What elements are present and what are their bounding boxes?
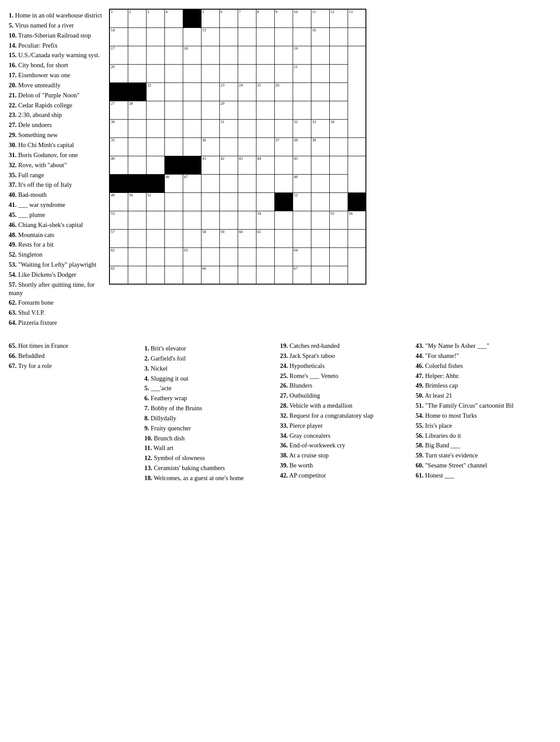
grid-cell-7-11[interactable]: 39 (311, 137, 329, 156)
grid-cell-8-6[interactable]: 42 (219, 156, 238, 174)
grid-cell-4-0[interactable] (109, 82, 128, 101)
grid-cell-0-8[interactable]: 8 (256, 9, 274, 27)
grid-cell-10-2[interactable]: 51 (146, 192, 164, 211)
grid-cell-1-10[interactable] (293, 27, 311, 46)
grid-cell-13-7[interactable] (238, 247, 256, 266)
grid-cell-7-7[interactable] (238, 137, 256, 156)
grid-cell-10-5[interactable] (201, 192, 219, 211)
grid-cell-3-8[interactable] (256, 64, 274, 82)
grid-cell-2-12[interactable] (329, 46, 348, 64)
grid-cell-14-11[interactable] (311, 266, 329, 284)
grid-cell-5-10[interactable] (293, 101, 311, 119)
grid-cell-12-7[interactable]: 60 (238, 229, 256, 247)
grid-cell-10-11[interactable] (311, 192, 329, 211)
grid-cell-14-4[interactable] (183, 266, 201, 284)
grid-cell-0-1[interactable]: 2 (128, 9, 146, 27)
grid-cell-1-5[interactable]: 15 (201, 27, 219, 46)
grid-cell-12-8[interactable]: 61 (256, 229, 274, 247)
grid-cell-5-12[interactable] (329, 101, 348, 119)
grid-cell-13-10[interactable]: 64 (293, 247, 311, 266)
grid-cell-4-12[interactable] (329, 82, 348, 101)
grid-cell-0-6[interactable]: 6 (219, 9, 238, 27)
grid-cell-6-6[interactable]: 31 (219, 119, 238, 137)
grid-cell-6-2[interactable] (146, 119, 164, 137)
grid-cell-11-10[interactable] (293, 211, 311, 229)
grid-cell-1-12[interactable] (329, 27, 348, 46)
grid-cell-7-9[interactable]: 37 (274, 137, 293, 156)
grid-cell-11-3[interactable] (164, 211, 183, 229)
grid-cell-2-4[interactable]: 18 (183, 46, 201, 64)
grid-cell-2-1[interactable] (128, 46, 146, 64)
grid-cell-9-7[interactable] (238, 174, 256, 192)
grid-cell-12-9[interactable] (274, 229, 293, 247)
grid-cell-11-8[interactable]: 54 (256, 211, 274, 229)
grid-cell-7-0[interactable]: 35 (109, 137, 128, 156)
grid-cell-13-9[interactable] (274, 247, 293, 266)
grid-cell-3-2[interactable] (146, 64, 164, 82)
grid-cell-11-4[interactable] (183, 211, 201, 229)
grid-cell-4-11[interactable] (311, 82, 329, 101)
grid-cell-4-4[interactable] (183, 82, 201, 101)
grid-cell-13-6[interactable] (219, 247, 238, 266)
grid-cell-2-9[interactable] (274, 46, 293, 64)
grid-cell-3-9[interactable] (274, 64, 293, 82)
grid-cell-2-2[interactable] (146, 46, 164, 64)
grid-cell-7-3[interactable] (164, 137, 183, 156)
grid-cell-13-4[interactable]: 63 (183, 247, 201, 266)
grid-cell-10-10[interactable]: 52 (293, 192, 311, 211)
grid-cell-14-1[interactable] (128, 266, 146, 284)
grid-cell-11-2[interactable] (146, 211, 164, 229)
grid-cell-9-9[interactable] (274, 174, 293, 192)
grid-cell-8-1[interactable] (128, 156, 146, 174)
grid-cell-1-11[interactable]: 16 (311, 27, 329, 46)
grid-cell-6-4[interactable] (183, 119, 201, 137)
grid-cell-13-0[interactable]: 62 (109, 247, 128, 266)
grid-cell-2-10[interactable]: 19 (293, 46, 311, 64)
grid-cell-9-12[interactable] (329, 174, 348, 192)
grid-cell-10-12[interactable] (329, 192, 348, 211)
grid-cell-11-11[interactable] (311, 211, 329, 229)
grid-cell-2-7[interactable] (238, 46, 256, 64)
grid-cell-9-0[interactable] (109, 174, 128, 192)
grid-cell-5-5[interactable] (201, 101, 219, 119)
grid-cell-13-8[interactable] (256, 247, 274, 266)
grid-cell-12-10[interactable] (293, 229, 311, 247)
grid-cell-0-4[interactable] (183, 9, 201, 27)
grid-cell-7-10[interactable]: 38 (293, 137, 311, 156)
grid-cell-4-9[interactable]: 26 (274, 82, 293, 101)
grid-cell-1-1[interactable] (128, 27, 146, 46)
grid-cell-12-12[interactable] (329, 229, 348, 247)
grid-cell-0-0[interactable]: 1 (109, 9, 128, 27)
grid-cell-14-0[interactable]: 65 (109, 266, 128, 284)
grid-cell-7-13[interactable] (348, 137, 366, 156)
grid-cell-7-2[interactable] (146, 137, 164, 156)
grid-cell-14-8[interactable] (256, 266, 274, 284)
grid-cell-0-7[interactable]: 7 (238, 9, 256, 27)
grid-cell-8-10[interactable]: 45 (293, 156, 311, 174)
grid-cell-8-3[interactable] (164, 156, 183, 174)
grid-cell-12-1[interactable] (128, 229, 146, 247)
grid-cell-9-8[interactable] (256, 174, 274, 192)
grid-cell-9-1[interactable] (128, 174, 146, 192)
grid-cell-12-5[interactable]: 58 (201, 229, 219, 247)
grid-cell-0-13[interactable]: 13 (348, 9, 366, 27)
grid-cell-13-2[interactable] (146, 247, 164, 266)
grid-cell-5-3[interactable] (164, 101, 183, 119)
grid-cell-7-8[interactable] (256, 137, 274, 156)
grid-cell-6-5[interactable] (201, 119, 219, 137)
grid-cell-14-2[interactable] (146, 266, 164, 284)
grid-cell-5-7[interactable] (238, 101, 256, 119)
grid-cell-6-12[interactable]: 34 (329, 119, 348, 137)
grid-cell-8-0[interactable]: 40 (109, 156, 128, 174)
grid-cell-1-13[interactable] (348, 27, 366, 46)
grid-cell-12-11[interactable] (311, 229, 329, 247)
grid-cell-2-11[interactable] (311, 46, 329, 64)
grid-cell-11-6[interactable] (219, 211, 238, 229)
grid-cell-4-2[interactable]: 22 (146, 82, 164, 101)
grid-cell-8-12[interactable] (329, 156, 348, 174)
grid-cell-13-1[interactable] (128, 247, 146, 266)
grid-cell-4-10[interactable] (293, 82, 311, 101)
grid-cell-10-9[interactable] (274, 192, 293, 211)
grid-cell-6-10[interactable]: 32 (293, 119, 311, 137)
grid-cell-12-3[interactable] (164, 229, 183, 247)
